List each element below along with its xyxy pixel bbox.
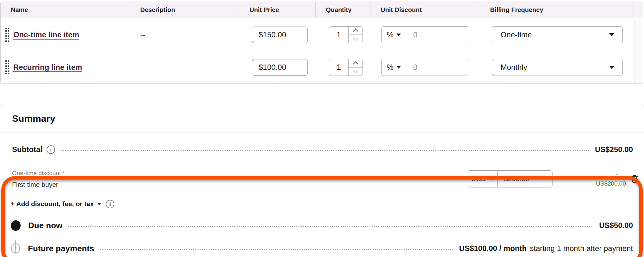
stepper-down-button[interactable]: [349, 67, 363, 76]
subtotal-row: Subtotal i US$250.00: [1, 143, 644, 156]
quantity-input[interactable]: [329, 59, 348, 76]
discount-unit-label: %: [387, 63, 393, 72]
dotted-leader: [61, 150, 589, 151]
future-payments-label: Future payments: [28, 244, 94, 254]
discount-field-label: One-time discount *: [12, 170, 467, 177]
currency-dropdown[interactable]: USD: [467, 171, 498, 187]
one-time-discount-row: One-time discount * First-time buyer USD…: [1, 167, 644, 191]
dotted-leader: [68, 226, 593, 227]
add-discount-fee-tax-label: + Add discount, fee, or tax: [11, 200, 94, 208]
stepper-up-icon: [353, 61, 358, 67]
timeline-connector: [15, 240, 16, 253]
applied-discount: - US$200.00: [563, 170, 626, 188]
future-payments-detail: starting 1 month after payment: [530, 244, 633, 253]
caret-down-icon: [609, 66, 614, 69]
billing-frequency-select[interactable]: One-time: [492, 26, 623, 43]
caret-down-icon: [396, 66, 401, 69]
column-header-unit-price: Unit Price: [239, 2, 316, 18]
trash-icon: [630, 174, 639, 184]
add-adjustment-row: + Add discount, fee, or tax i: [1, 199, 644, 209]
due-now-row: Due now US$50.00: [1, 219, 644, 232]
description-value: --: [140, 63, 145, 72]
discount-amount-control: USD: [467, 170, 552, 187]
unit-discount-control: %: [381, 59, 469, 76]
column-header-unit-discount: Unit Discount: [370, 2, 480, 18]
dotted-leader: [100, 249, 454, 250]
line-item-name-link[interactable]: Recurring line item: [13, 63, 82, 72]
column-header-quantity: Quantity: [316, 2, 370, 18]
column-header-description: Description: [130, 2, 239, 18]
due-now-value: US$50.00: [599, 221, 633, 230]
future-payments-row: Future payments US$100.00 / month starti…: [1, 242, 644, 255]
table-right-gutter: [635, 19, 643, 83]
stepper-down-button[interactable]: [349, 34, 363, 43]
discount-name: First-time buyer: [12, 181, 467, 188]
stepper-down-icon: [353, 68, 358, 73]
drag-handle-icon[interactable]: [5, 60, 9, 75]
future-payments-value: US$100.00 / month: [459, 244, 527, 253]
table-row: Recurring line item -- %: [1, 51, 643, 83]
info-icon[interactable]: i: [47, 145, 55, 154]
add-discount-fee-tax-button[interactable]: + Add discount, fee, or tax: [11, 200, 101, 208]
stepper-down-icon: [353, 35, 358, 40]
due-now-label: Due now: [28, 221, 62, 230]
unit-price-input[interactable]: [252, 27, 308, 43]
quantity-stepper: [329, 59, 363, 76]
drag-handle-icon[interactable]: [5, 27, 9, 42]
caret-down-icon: [396, 34, 401, 36]
quantity-stepper: [329, 26, 363, 43]
due-now-bullet-icon: [11, 220, 21, 231]
discount-value-input[interactable]: [406, 27, 469, 43]
stepper-up-button[interactable]: [349, 59, 363, 67]
currency-label: USD: [471, 175, 486, 183]
applied-discount-value: US$200.00: [563, 179, 626, 188]
discount-unit-dropdown[interactable]: %: [382, 59, 406, 76]
line-item-name-link[interactable]: One-time line item: [13, 30, 79, 39]
unit-price-input[interactable]: [252, 59, 308, 76]
column-header-extra: [633, 2, 643, 18]
column-header-name: Name: [1, 2, 130, 18]
description-value: --: [140, 30, 145, 39]
discount-unit-label: %: [387, 30, 393, 39]
billing-frequency-value: Monthly: [501, 63, 527, 72]
table-header-row: Name Description Unit Price Quantity Uni…: [1, 2, 643, 18]
discount-unit-dropdown[interactable]: %: [382, 27, 406, 43]
summary-card: Summary Subtotal i US$250.00 One-time di…: [1, 105, 644, 257]
stepper-up-button[interactable]: [349, 27, 363, 35]
quantity-input[interactable]: [329, 27, 348, 43]
discount-amount-input[interactable]: [498, 171, 552, 187]
subtotal-label: Subtotal: [12, 145, 42, 154]
billing-frequency-select[interactable]: Monthly: [492, 59, 623, 76]
caret-down-icon: [97, 203, 101, 205]
column-header-billing-frequency: Billing Frequency: [480, 2, 633, 18]
subtotal-value: US$250.00: [595, 145, 633, 154]
discount-sign: -: [563, 170, 626, 179]
delete-discount-button[interactable]: [629, 174, 640, 184]
summary-title: Summary: [1, 105, 644, 132]
unit-discount-control: %: [381, 26, 469, 43]
billing-frequency-value: One-time: [501, 30, 532, 39]
info-icon[interactable]: i: [106, 200, 114, 208]
stepper-up-icon: [353, 29, 358, 34]
caret-down-icon: [489, 178, 494, 180]
discount-value-input[interactable]: [406, 59, 469, 76]
caret-down-icon: [609, 33, 614, 36]
line-items-table: Name Description Unit Price Quantity Uni…: [0, 2, 643, 84]
table-row: One-time line item -- %: [1, 18, 643, 51]
